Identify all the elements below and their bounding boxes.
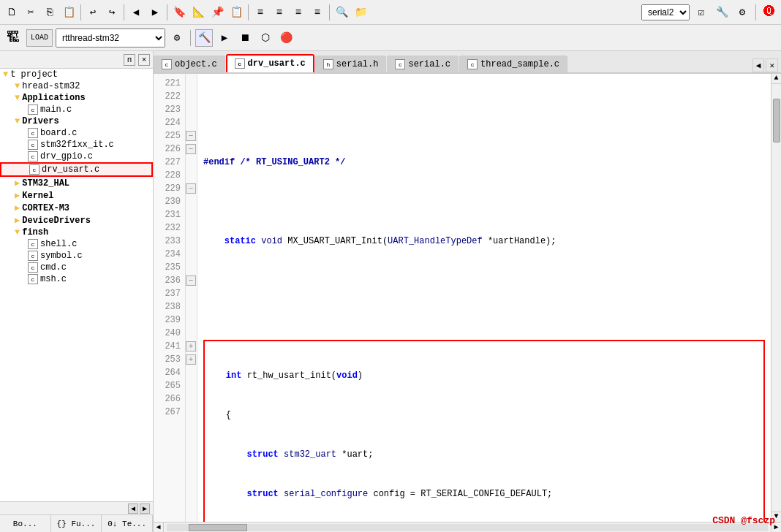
project-select[interactable]: rtthread-stm32 [56,28,165,48]
search-btn[interactable]: 🔍 [333,4,350,21]
target-btn3[interactable]: ⚙ [733,4,751,21]
sidebar-scroll-left[interactable]: ◀ [128,503,138,514]
highlight-block: int rt_hw_usart_init(void) { struct stm3… [203,340,765,522]
tree-item-drv-usart[interactable]: c drv_usart.c [0,162,153,177]
tree-item-project[interactable]: ▼ t project [0,69,153,80]
footer-tab-te[interactable]: 0↓ Te... [102,515,153,532]
tabs-controls: ◀ ✕ [750,58,781,72]
sidebar-scroll-right[interactable]: ▶ [140,503,150,514]
code-lines-container: #endif /* RT_USING_UART2 */ static void … [203,116,765,522]
tree-label: cmd.c [40,262,67,273]
code-editor: 221 222 223 224 225 226 227 228 229 230 … [154,74,781,522]
tree-item-cmd-c[interactable]: c cmd.c [0,262,153,273]
back-btn[interactable]: ◀ [127,4,145,21]
tree-item-applications[interactable]: ▼ Applications [0,92,153,104]
tab-label: drv_usart.c [248,58,306,69]
tree-label: shell.c [40,239,77,249]
fold-236[interactable]: − [186,276,196,286]
fold-226[interactable]: − [186,144,196,154]
sidebar-footer: Bo... {} Fu... 0↓ Te... [0,514,153,532]
align3-btn[interactable]: ≡ [290,4,307,21]
file-icon: c [28,274,38,284]
tree-item-stm32f1xx[interactable]: c stm32f1xx_it.c [0,139,153,151]
code-line-221: #endif /* RT_USING_UART2 */ [203,156,765,169]
align1-btn[interactable]: ≡ [252,4,269,21]
tree-item-drivers[interactable]: ▼ Drivers [0,115,153,127]
tree-label: main.c [40,104,72,115]
tree-item-rtthread[interactable]: ▼ hread-stm32 [0,80,153,92]
editor-area: c object.c c drv_usart.c h serial.h c se… [154,51,781,532]
run-btn[interactable]: ▶ [216,29,233,47]
tree-item-stm32-hal[interactable]: ▶ STM32_HAL [0,177,153,189]
scroll-up-btn[interactable]: ▲ [771,74,782,84]
tree-item-finsh[interactable]: ▼ finsh [0,227,153,238]
hscroll-left-btn[interactable]: ◀ [154,522,164,533]
sidebar: п × ▼ t project ▼ hread-stm32 ▼ Applicat… [0,51,154,532]
bookmark-btn[interactable]: 🔖 [170,4,188,21]
sep3 [167,4,167,20]
tree-item-shell-c[interactable]: c shell.c [0,238,153,250]
fold-225[interactable]: − [186,131,196,141]
tab-drv-usart-c[interactable]: c drv_usart.c [226,54,314,74]
paste-btn[interactable]: 📋 [60,4,78,21]
sep1 [80,4,81,20]
cut-btn[interactable]: ✂ [22,4,39,21]
build-btn[interactable]: 🔨 [195,29,213,47]
sidebar-pin-btn[interactable]: п [124,54,135,66]
tree-item-symbol-c[interactable]: c symbol.c [0,250,153,262]
code-line-222 [203,195,765,208]
files-btn[interactable]: 📁 [352,4,369,21]
footer-tab-bo[interactable]: Bo... [0,515,51,532]
fold-241[interactable]: + [186,341,196,352]
sidebar-close-btn[interactable]: × [138,54,150,66]
tree-item-device-drivers[interactable]: ▶ DeviceDrivers [0,214,153,227]
copy-btn[interactable]: ⎘ [41,4,59,21]
hscroll-thumb[interactable] [189,524,247,531]
devicedrivers-label: DeviceDrivers [22,216,91,226]
tree-item-msh-c[interactable]: c msh.c [0,273,153,285]
code-content[interactable]: #endif /* RT_USING_UART2 */ static void … [197,74,771,522]
tab-close-btn[interactable]: ✕ [766,58,778,72]
tab-serial-h[interactable]: h serial.h [315,56,387,72]
hscroll-track[interactable] [167,524,768,531]
fold-229[interactable]: − [186,183,196,194]
target-btn2[interactable]: 🔧 [713,4,731,21]
watermark: CSDN @fsczp [712,515,775,526]
new-file-btn[interactable]: 🗋 [3,4,20,21]
toolbar-2: 🏗 LOAD rtthread-stm32 ⚙ 🔨 ▶ ⏹ ⬡ 🔴 [0,25,781,51]
debug-btn[interactable]: 🔴 [277,29,295,47]
forward-btn[interactable]: ▶ [146,4,164,21]
help-btn[interactable]: 🅠 [761,4,778,21]
tree-item-kernel[interactable]: ▶ Kernel [0,189,153,202]
ruler-btn[interactable]: 📐 [189,4,207,21]
redo-btn[interactable]: ↪ [103,4,121,21]
vertical-scrollbar[interactable]: ▲ ▼ [771,74,781,522]
footer-tab-fu[interactable]: {} Fu... [51,515,102,532]
target-btn1[interactable]: ☑ [693,4,710,21]
scroll-thumb[interactable] [773,99,780,142]
tab-serial-c[interactable]: c serial.c [387,56,459,72]
target-select[interactable]: serial2 [641,4,690,20]
tree-item-cortex-m3[interactable]: ▶ CORTEX-M3 [0,202,153,214]
align4-btn[interactable]: ≡ [309,4,326,21]
tab-thread-sample-c[interactable]: c thread_sample.c [459,56,567,72]
list-btn[interactable]: 📋 [227,4,245,21]
line-numbers: 221 222 223 224 225 226 227 228 229 230 … [154,74,186,522]
fold-253[interactable]: + [186,354,196,365]
pin-btn[interactable]: 📌 [208,4,226,21]
folder-icon: ▶ [15,215,20,226]
tree-item-main-c[interactable]: c main.c [0,104,153,115]
tree-item-drv-gpio[interactable]: c drv_gpio.c [0,151,153,162]
folder-icon: ▶ [15,190,20,201]
tab-object-c[interactable]: c object.c [154,56,225,72]
settings-btn[interactable]: ⚙ [168,29,186,47]
stop-btn[interactable]: ⏹ [236,29,254,47]
horizontal-scrollbar[interactable]: ◀ ▶ [154,522,781,532]
tree-item-board-c[interactable]: c board.c [0,127,153,139]
config-btn[interactable]: ⬡ [257,29,274,47]
tab-scroll-left-btn[interactable]: ◀ [752,58,765,72]
align2-btn[interactable]: ≡ [271,4,288,21]
sep5 [329,4,330,20]
tab-label: thread_sample.c [480,59,559,69]
undo-btn[interactable]: ↩ [84,4,102,21]
